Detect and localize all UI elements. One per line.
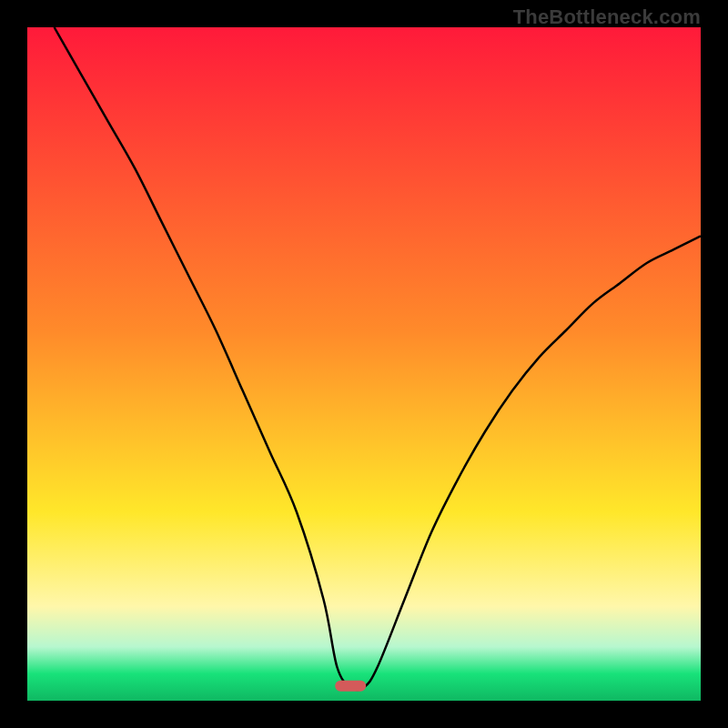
bottleneck-curve	[55, 27, 701, 690]
minimum-marker	[335, 681, 366, 692]
curve-layer	[27, 27, 701, 701]
watermark-text: TheBottleneck.com	[513, 5, 701, 29]
chart-stage: TheBottleneck.com	[0, 0, 728, 728]
plot-area	[27, 27, 701, 701]
